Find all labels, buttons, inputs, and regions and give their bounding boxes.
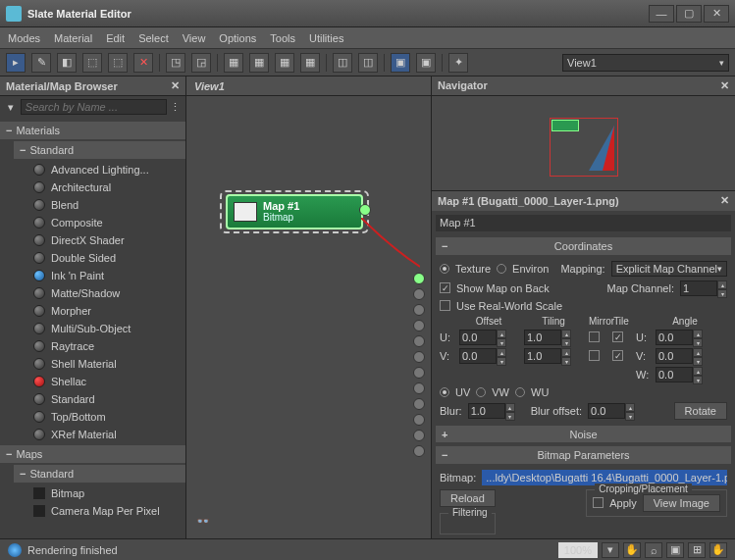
material-item[interactable]: Composite [27, 214, 185, 231]
search-options-icon[interactable]: ⋮ [170, 100, 181, 114]
pan-icon[interactable]: ✋ [623, 542, 641, 558]
menu-tools[interactable]: Tools [270, 32, 295, 44]
socket-icon[interactable] [413, 273, 425, 284]
socket-icon[interactable] [413, 414, 425, 426]
material-item[interactable]: XRef Material [27, 426, 185, 443]
zoom-dropdown-icon[interactable]: ▾ [602, 542, 619, 558]
socket-icon[interactable] [413, 445, 425, 457]
menu-select[interactable]: Select [138, 32, 169, 44]
u-angle-spinner[interactable]: ▴▾ [656, 330, 714, 345]
tool-icon-8[interactable]: ◲ [191, 53, 211, 73]
material-item[interactable]: DirectX Shader [27, 231, 185, 249]
maximize-button[interactable]: ▢ [676, 5, 702, 23]
close-button[interactable]: ✕ [704, 5, 729, 23]
rotate-button[interactable]: Rotate [674, 402, 727, 420]
pan-view-icon[interactable]: ✋ [709, 542, 727, 558]
socket-icon[interactable] [413, 320, 425, 331]
blur-offset-spinner[interactable]: ▴▾ [588, 403, 635, 419]
view-tab[interactable]: View1 [186, 76, 431, 96]
menu-utilities[interactable]: Utilities [309, 32, 343, 44]
nav-icon[interactable]: ⊞ [688, 542, 706, 558]
search-input[interactable] [21, 99, 167, 115]
environ-radio[interactable] [497, 264, 506, 274]
menu-view[interactable]: View [183, 32, 206, 44]
minimize-button[interactable]: — [649, 5, 674, 23]
material-item[interactable]: Matte/Shadow [27, 284, 185, 302]
material-item[interactable]: Morpher [27, 302, 185, 320]
navigator-close-icon[interactable]: ✕ [720, 79, 729, 92]
material-item[interactable]: Shellac [27, 373, 185, 390]
pick-tool-icon[interactable]: ✎ [31, 53, 51, 73]
material-item[interactable]: Multi/Sub-Object [27, 320, 185, 337]
v-angle-spinner[interactable]: ▴▾ [656, 348, 714, 364]
binoculars-icon[interactable]: 👓 [196, 515, 214, 529]
navigator-panel[interactable] [432, 96, 735, 192]
search-icon[interactable]: ▾ [5, 99, 18, 115]
map-node[interactable]: Map #1 Bitmap [226, 194, 363, 229]
real-world-check[interactable] [440, 300, 450, 311]
tool-icon-17[interactable]: ✦ [448, 53, 468, 73]
v-tiling-spinner[interactable]: ▴▾ [524, 348, 583, 364]
uv-radio[interactable] [440, 387, 449, 397]
material-item[interactable]: Standard [27, 390, 185, 408]
zoom-icon[interactable]: ⌕ [645, 542, 662, 558]
browser-tree[interactable]: Materials Standard Advanced Lighting...A… [0, 118, 185, 538]
mapping-select[interactable]: Explicit Map Channel [611, 261, 727, 277]
material-item[interactable]: Shell Material [27, 355, 185, 373]
socket-icon[interactable] [413, 288, 425, 300]
material-item[interactable]: Ink 'n Paint [27, 267, 185, 284]
menu-modes[interactable]: Modes [8, 32, 40, 44]
tool-icon-13[interactable]: ◫ [333, 53, 352, 73]
socket-icon[interactable] [413, 382, 425, 394]
bitmap-params-rollout[interactable]: Bitmap Parameters [436, 446, 731, 464]
tool-icon-5[interactable]: ⬚ [108, 53, 128, 73]
noise-rollout[interactable]: Noise [436, 426, 731, 443]
u-tiling-spinner[interactable]: ▴▾ [524, 330, 583, 345]
texture-radio[interactable] [440, 264, 449, 274]
material-item[interactable]: Blend [27, 196, 185, 214]
v-offset-spinner[interactable]: ▴▾ [459, 348, 518, 364]
v-mirror-check[interactable] [589, 350, 600, 361]
vw-radio[interactable] [476, 387, 486, 397]
coordinates-rollout[interactable]: Coordinates [436, 237, 731, 255]
tool-icon-11[interactable]: ▦ [275, 53, 294, 73]
wu-radio[interactable] [515, 387, 525, 397]
material-item[interactable]: Advanced Lighting... [27, 161, 185, 178]
tool-icon-12[interactable]: ▦ [300, 53, 320, 73]
maps-standard-group[interactable]: Standard [14, 465, 185, 483]
map-name-field[interactable]: Map #1 [436, 215, 731, 232]
u-tile-check[interactable] [612, 331, 623, 342]
materials-standard-group[interactable]: Standard [14, 141, 185, 159]
zoom-extents-icon[interactable]: ▣ [666, 542, 684, 558]
view-selector[interactable]: View1 [562, 54, 729, 72]
reload-button[interactable]: Reload [440, 489, 496, 507]
tool-icon-10[interactable]: ▦ [249, 53, 269, 73]
node-view[interactable]: View1 Map #1 Bitmap 👓 [186, 76, 431, 538]
menu-material[interactable]: Material [54, 32, 92, 44]
material-item[interactable]: Raytrace [27, 337, 185, 355]
socket-icon[interactable] [413, 351, 425, 363]
assign-tool-icon[interactable]: ◧ [57, 53, 77, 73]
u-mirror-check[interactable] [589, 331, 600, 342]
delete-icon[interactable]: ✕ [133, 53, 153, 73]
w-angle-spinner[interactable]: ▴▾ [656, 367, 714, 382]
tool-icon-7[interactable]: ◳ [166, 53, 185, 73]
browser-close-icon[interactable]: ✕ [171, 79, 180, 92]
material-item[interactable]: Double Sided [27, 249, 185, 267]
menu-options[interactable]: Options [219, 32, 256, 44]
maps-group[interactable]: Maps [0, 445, 185, 463]
zoom-display[interactable]: 100% [558, 542, 598, 558]
socket-icon[interactable] [413, 304, 425, 316]
socket-icon[interactable] [413, 335, 425, 347]
v-tile-check[interactable] [612, 350, 623, 361]
material-item[interactable]: Architectural [27, 178, 185, 196]
show-map-check[interactable] [440, 282, 450, 293]
blur-spinner[interactable]: ▴▾ [468, 403, 515, 419]
socket-icon[interactable] [413, 367, 425, 379]
pointer-tool-icon[interactable]: ▸ [6, 53, 26, 73]
socket-icon[interactable] [413, 398, 425, 410]
node-output-socket[interactable] [359, 204, 371, 216]
map-item[interactable]: Bitmap [27, 484, 185, 502]
tool-icon-16[interactable]: ▣ [416, 53, 436, 73]
map-panel-close-icon[interactable]: ✕ [720, 194, 729, 207]
